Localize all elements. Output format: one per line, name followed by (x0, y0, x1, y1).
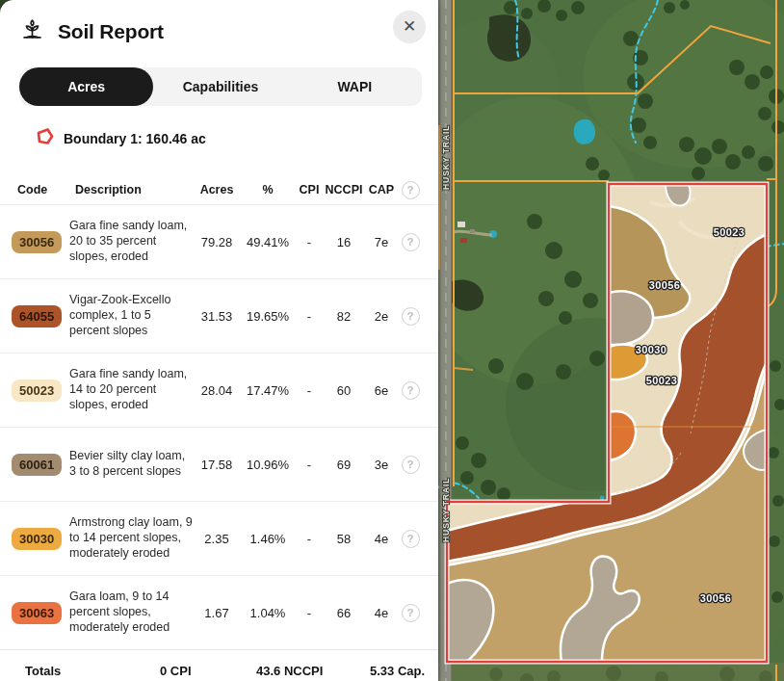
percent-value: 1.46% (241, 532, 295, 546)
cpi-value: - (297, 383, 322, 398)
table-row: 30063 Gara loam, 9 to 14 percent slopes,… (0, 575, 438, 649)
soil-label: 50023 (646, 375, 678, 386)
close-button[interactable]: ✕ (393, 11, 426, 43)
cap-value: 7e (366, 235, 397, 249)
table-row: 50023 Gara fine sandy loam, 14 to 20 per… (0, 353, 438, 427)
plant-icon (19, 16, 45, 46)
col-header-code: Code (12, 183, 67, 196)
cap-value: 4e (366, 606, 397, 620)
soil-description: Bevier silty clay loam, 3 to 8 percent s… (69, 449, 193, 480)
col-header-description: Description (69, 183, 193, 196)
close-icon: ✕ (403, 17, 416, 36)
soil-table: Code Description Acres % CPI NCCPI CAP ?… (0, 175, 438, 649)
soil-code-badge: 30056 (12, 231, 62, 253)
totals-acres: Totals 160.46 ac? (25, 663, 160, 681)
soil-label: 30056 (700, 592, 732, 604)
totals-cpi-value: 0 CPI (160, 663, 256, 680)
boundary-summary[interactable]: Boundary 1: 160.46 ac (35, 127, 419, 150)
road-label-husky-trail: HUSKY TRAIL (441, 124, 451, 190)
totals-cap-value: 5.33 Cap. (370, 663, 429, 680)
cpi-value: - (297, 235, 322, 249)
totals-cap: 5.33 Cap. Average (370, 663, 429, 681)
totals-label: Totals (25, 663, 160, 680)
totals-nccpi: 43.6 NCCPI Average (256, 663, 370, 681)
soil-description: Vigar-Zook-Excello complex, 1 to 5 perce… (69, 293, 193, 338)
tab-wapi[interactable]: WAPI (288, 67, 422, 106)
soil-label: 30056 (649, 279, 681, 291)
soil-report-panel: Soil Report ✕ Acres Capabilities WAPI Bo… (0, 0, 438, 681)
cpi-value: - (297, 309, 322, 324)
nccpi-value: 82 (324, 309, 364, 324)
boundary-polygon-icon (35, 127, 55, 150)
help-icon[interactable]: ? (402, 456, 420, 474)
nccpi-value: 58 (324, 532, 364, 546)
acres-value: 2.35 (195, 532, 239, 546)
bottom-field-strip (438, 663, 784, 681)
cap-value: 3e (366, 458, 397, 472)
soil-code-badge: 64055 (12, 305, 62, 327)
soil-description: Armstrong clay loam, 9 to 14 percent slo… (69, 515, 193, 561)
soil-code-badge: 50023 (12, 380, 62, 402)
acres-value: 17.58 (195, 458, 239, 472)
help-icon[interactable]: ? (402, 604, 420, 622)
soil-description: Gara loam, 9 to 14 percent slopes, moder… (69, 589, 193, 635)
acres-value: 1.67 (195, 606, 239, 620)
cpi-value: - (297, 532, 322, 546)
soil-label: 30030 (636, 344, 667, 355)
boundary-label: Boundary 1: 160.46 ac (64, 131, 206, 146)
help-icon[interactable]: ? (402, 381, 420, 400)
satellite-map[interactable]: 50023 30056 30030 50023 30056 HUSKY TRAI… (438, 0, 784, 681)
tab-capabilities[interactable]: Capabilities (153, 67, 287, 106)
soil-label: 50023 (714, 226, 745, 238)
cap-value: 4e (366, 532, 397, 546)
totals-row: Totals 160.46 ac? 0 CPI Average 43.6 NCC… (0, 649, 438, 681)
acres-value: 79.28 (195, 235, 239, 249)
cpi-value: - (297, 458, 322, 472)
col-header-percent: % (241, 183, 295, 196)
percent-value: 19.65% (241, 309, 295, 324)
col-header-acres: Acres (195, 183, 239, 196)
table-row: 30056 Gara fine sandy loam, 20 to 35 per… (0, 204, 438, 278)
col-header-cpi: CPI (297, 183, 322, 196)
nccpi-value: 69 (324, 458, 364, 472)
acres-value: 31.53 (195, 309, 239, 324)
table-header: Code Description Acres % CPI NCCPI CAP ? (0, 175, 438, 204)
percent-value: 10.96% (241, 458, 295, 472)
tab-acres[interactable]: Acres (19, 67, 153, 106)
soil-code-badge: 60061 (12, 454, 62, 476)
percent-value: 49.41% (241, 235, 295, 249)
soil-code-badge: 30030 (12, 528, 62, 550)
percent-value: 1.04% (241, 606, 295, 620)
page-title: Soil Report (58, 20, 164, 43)
col-header-cap: CAP (366, 183, 397, 196)
totals-nccpi-value: 43.6 NCCPI (256, 663, 370, 680)
help-icon[interactable]: ? (402, 181, 420, 199)
nccpi-value: 66 (324, 606, 364, 620)
nccpi-value: 60 (324, 383, 364, 398)
cpi-value: - (297, 606, 322, 620)
nccpi-value: 16 (324, 235, 364, 249)
acres-value: 28.04 (195, 383, 239, 398)
help-icon[interactable]: ? (402, 307, 420, 326)
table-row: 64055 Vigar-Zook-Excello complex, 1 to 5… (0, 278, 438, 353)
help-icon[interactable]: ? (402, 530, 420, 548)
help-icon[interactable]: ? (402, 233, 420, 251)
totals-cpi: 0 CPI Average (160, 663, 256, 681)
soil-code-badge: 30063 (12, 602, 62, 624)
col-header-nccpi: NCCPI (324, 183, 364, 196)
table-row: 60061 Bevier silty clay loam, 3 to 8 per… (0, 427, 438, 501)
pond (574, 119, 595, 144)
soil-description: Gara fine sandy loam, 14 to 20 percent s… (69, 367, 193, 412)
table-row: 30030 Armstrong clay loam, 9 to 14 perce… (0, 501, 438, 575)
percent-value: 17.47% (241, 383, 295, 398)
cap-value: 2e (366, 309, 397, 324)
road-label-husky-trail: HUSKY TRAIL (441, 477, 451, 542)
tab-bar: Acres Capabilities WAPI (19, 67, 422, 106)
soil-description: Gara fine sandy loam, 20 to 35 percent s… (69, 219, 193, 264)
cap-value: 6e (366, 383, 397, 398)
panel-header: Soil Report (0, 0, 438, 52)
